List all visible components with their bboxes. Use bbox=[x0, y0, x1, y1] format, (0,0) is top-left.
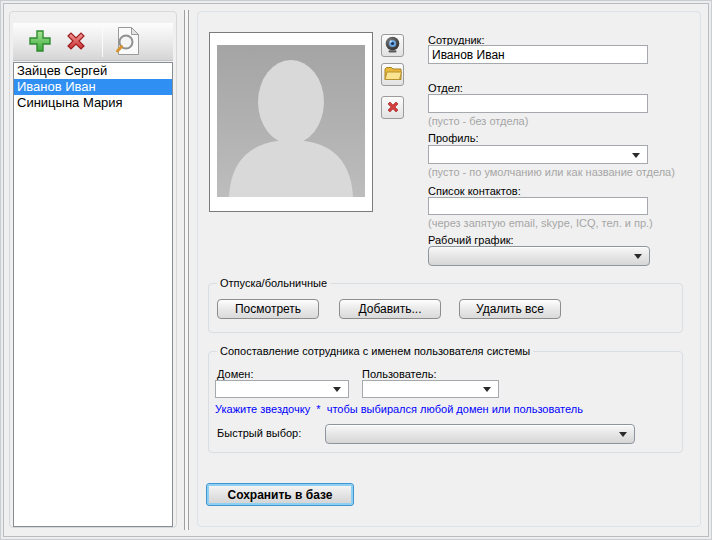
webcam-capture-button[interactable] bbox=[381, 34, 404, 57]
user-label: Пользователь: bbox=[362, 368, 436, 380]
profile-combobox[interactable] bbox=[428, 145, 648, 164]
vacations-title: Отпуска/больничные bbox=[217, 277, 330, 289]
schedule-combobox[interactable] bbox=[428, 246, 650, 266]
contacts-input[interactable] bbox=[428, 197, 648, 215]
webcam-icon bbox=[384, 36, 401, 55]
delete-employee-button[interactable] bbox=[58, 26, 94, 58]
employee-input[interactable] bbox=[428, 45, 648, 64]
remove-photo-button[interactable] bbox=[381, 96, 404, 119]
profile-hint: (пусто - по умолчанию или как название о… bbox=[428, 166, 675, 178]
quick-select-combobox[interactable] bbox=[325, 424, 635, 444]
avatar bbox=[217, 45, 365, 199]
profile-label: Профиль: bbox=[428, 132, 479, 144]
add-vacation-button[interactable]: Добавить... bbox=[339, 299, 441, 319]
user-mapping-title: Сопоставление сотрудника с именем пользо… bbox=[217, 345, 533, 357]
add-employee-button[interactable] bbox=[22, 26, 58, 58]
save-to-database-button[interactable]: Сохранить в базе bbox=[206, 483, 354, 506]
department-hint: (пусто - без отдела) bbox=[428, 115, 528, 127]
preview-employee-button[interactable] bbox=[109, 26, 145, 58]
employee-listbox[interactable]: Зайцев Сергей Иванов Иван Синицына Мария bbox=[13, 62, 173, 527]
document-magnifier-icon bbox=[113, 26, 141, 58]
red-cross-icon bbox=[385, 99, 401, 117]
department-input[interactable] bbox=[428, 94, 648, 113]
user-mapping-groupbox: Сопоставление сотрудника с именем пользо… bbox=[208, 351, 683, 453]
domain-label: Домен: bbox=[217, 368, 254, 380]
folder-icon bbox=[384, 66, 402, 83]
employee-editor-window: Зайцев Сергей Иванов Иван Синицына Мария bbox=[0, 0, 712, 540]
toolbar-separator bbox=[102, 27, 103, 57]
plus-icon bbox=[27, 28, 53, 56]
employee-list-toolbar bbox=[13, 23, 173, 61]
photo-frame bbox=[209, 32, 373, 212]
department-label: Отдел: bbox=[428, 82, 463, 94]
view-vacations-button[interactable]: Посмотреть bbox=[217, 299, 319, 319]
contacts-hint: (через запятую email, skype, ICQ, тел. и… bbox=[428, 217, 653, 229]
employee-details-panel: Сотрудник: Отдел: (пусто - без отдела) П… bbox=[197, 11, 701, 527]
quick-select-label: Быстрый выбор: bbox=[217, 427, 301, 439]
schedule-label: Рабочий график: bbox=[428, 234, 514, 246]
delete-all-vacations-button[interactable]: Удалить все bbox=[459, 299, 561, 319]
open-photo-button[interactable] bbox=[381, 63, 404, 86]
contacts-label: Список контактов: bbox=[428, 185, 521, 197]
user-combobox[interactable] bbox=[362, 380, 499, 398]
employee-list-panel: Зайцев Сергей Иванов Иван Синицына Мария bbox=[9, 11, 177, 528]
panel-splitter bbox=[184, 10, 189, 530]
list-item[interactable]: Синицына Мария bbox=[14, 95, 172, 111]
vacations-groupbox: Отпуска/больничные Посмотреть Добавить..… bbox=[208, 283, 683, 333]
wildcard-note: Укажите звездочку * чтобы выбирался любо… bbox=[215, 403, 583, 415]
red-cross-icon bbox=[63, 28, 89, 56]
list-item[interactable]: Зайцев Сергей bbox=[14, 63, 172, 79]
list-item-selected[interactable]: Иванов Иван bbox=[14, 79, 172, 95]
domain-combobox[interactable] bbox=[215, 380, 349, 398]
